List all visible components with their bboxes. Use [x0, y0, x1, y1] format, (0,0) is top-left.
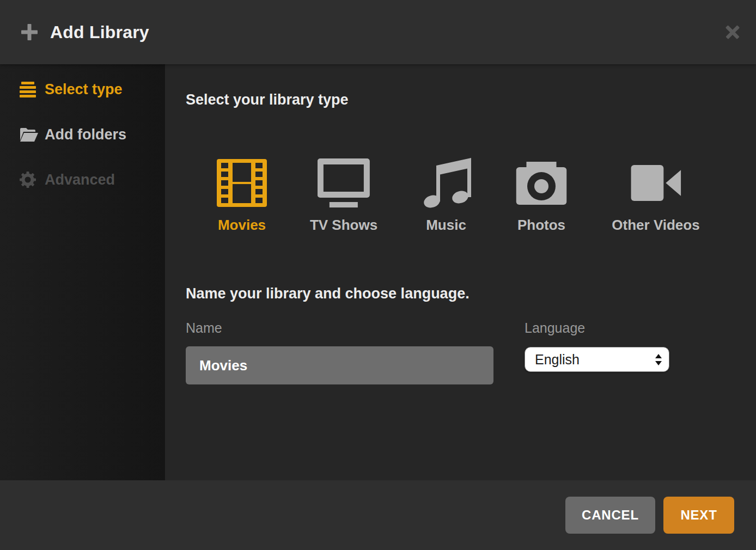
library-type-label: TV Shows: [310, 217, 377, 234]
dialog-title: Add Library: [50, 22, 149, 42]
list-icon: [20, 81, 38, 98]
video-camera-icon: [631, 158, 681, 208]
library-type-other-videos[interactable]: Other Videos: [612, 158, 699, 234]
close-button[interactable]: [723, 23, 742, 41]
library-type-tv-shows[interactable]: TV Shows: [310, 158, 377, 234]
sidebar-item-label: Add folders: [45, 126, 126, 143]
language-select[interactable]: English: [525, 347, 669, 372]
library-type-section-title: Select your library type: [186, 91, 349, 108]
library-type-movies[interactable]: Movies: [217, 158, 267, 234]
library-type-label: Photos: [517, 217, 565, 234]
dialog-header: Add Library: [0, 0, 756, 64]
language-field-label: Language: [525, 320, 585, 336]
library-type-label: Other Videos: [612, 217, 699, 234]
library-type-photos[interactable]: Photos: [516, 158, 567, 234]
up-down-arrows-icon: [655, 353, 662, 366]
tv-icon: [318, 158, 370, 208]
cancel-button[interactable]: CANCEL: [565, 497, 655, 534]
language-select-value: English: [535, 352, 580, 368]
folder-open-icon: [20, 126, 38, 143]
library-type-label: Movies: [218, 217, 266, 234]
name-field-label: Name: [186, 320, 222, 336]
add-library-dialog: Add Library Select type: [0, 0, 756, 550]
close-icon: [725, 25, 740, 39]
wizard-steps-sidebar: Select type Add folders: [0, 64, 165, 480]
library-type-label: Music: [426, 217, 466, 234]
dialog-main-panel: Select your library type: [165, 64, 756, 480]
dialog-footer: CANCEL NEXT: [0, 480, 756, 550]
camera-icon: [516, 158, 567, 208]
music-note-icon: [421, 158, 471, 208]
next-button[interactable]: NEXT: [663, 497, 734, 534]
gear-icon: [20, 171, 38, 188]
plus-icon: [21, 23, 38, 41]
film-strip-icon: [217, 158, 267, 208]
library-type-music[interactable]: Music: [421, 158, 471, 234]
sidebar-item-label: Select type: [45, 81, 123, 98]
name-section-title: Name your library and choose language.: [186, 285, 470, 302]
sidebar-item-select-type[interactable]: Select type: [0, 76, 165, 102]
library-name-input[interactable]: [186, 346, 493, 384]
sidebar-item-add-folders[interactable]: Add folders: [0, 121, 165, 148]
sidebar-item-advanced[interactable]: Advanced: [0, 167, 165, 193]
sidebar-item-label: Advanced: [45, 172, 115, 188]
